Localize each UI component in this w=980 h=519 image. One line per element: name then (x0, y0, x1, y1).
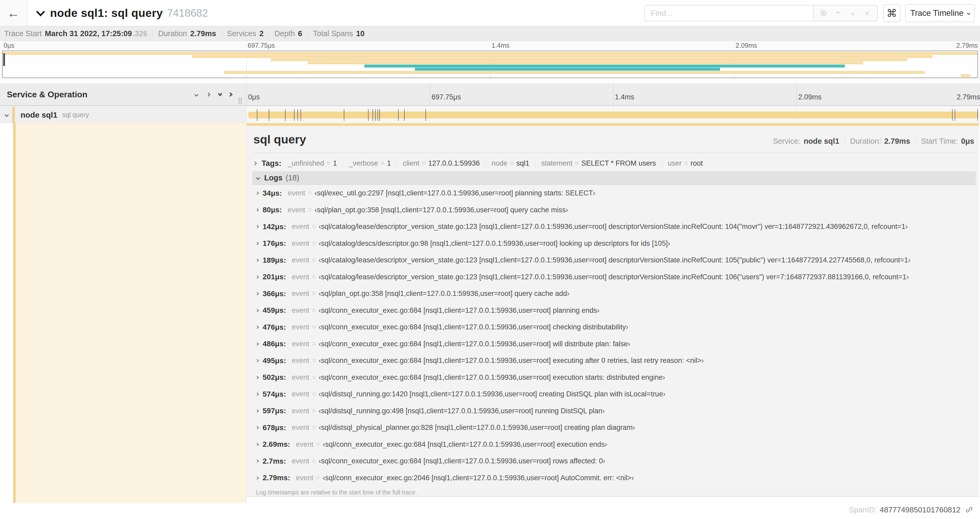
log-timestamp: 366μs: (262, 289, 286, 298)
log-field-key: event (292, 390, 309, 398)
span-detail-title[interactable]: sql query (253, 133, 306, 146)
log-row[interactable]: 34μs:event=‹sql/exec_util.go:2297 [nsql1… (252, 185, 976, 202)
chevron-right-icon (256, 292, 259, 295)
scroll-to-result-button[interactable] (819, 9, 828, 18)
minimap-tick-labels: 0μs697.75μs1.4ms2.09ms2.79ms (2, 42, 978, 50)
log-marker (269, 109, 269, 121)
equals-sign: = (308, 206, 312, 214)
log-row[interactable]: 678μs:event=‹sql/distsql_physical_planne… (252, 419, 976, 436)
chevron-down-icon[interactable] (5, 113, 9, 117)
chevron-right-icon (256, 309, 259, 312)
span-meta-item: Duration:2.79ms (850, 137, 910, 145)
span-name-cell[interactable]: node sql1 sql query (0, 107, 247, 123)
equals-sign: = (510, 159, 514, 168)
span-duration-bar[interactable] (248, 112, 978, 118)
log-timestamp: 476μs: (262, 323, 286, 332)
tag-item: node=sql1 (492, 159, 529, 168)
back-button[interactable]: ← (0, 0, 27, 26)
log-marker (425, 109, 426, 121)
log-field-key: event (292, 307, 309, 315)
deep-link-button[interactable] (965, 505, 974, 514)
log-row[interactable]: 366μs:event=‹sql/plan_opt.go:358 [nsql1,… (252, 285, 976, 302)
equals-sign: = (312, 390, 316, 398)
collapse-trace-button[interactable] (37, 9, 44, 15)
equals-sign: = (312, 457, 316, 465)
minimap-span-bar (224, 71, 925, 74)
log-timestamp: 2.7ms: (262, 457, 286, 465)
log-timestamp: 486μs: (262, 340, 286, 348)
tag-key: _verbose (349, 159, 378, 168)
chevron-right-icon (206, 93, 210, 97)
chevron-up-icon (836, 11, 840, 15)
log-field-key: event (296, 474, 313, 482)
collapse-one-button[interactable] (207, 93, 210, 96)
log-marker (952, 109, 953, 121)
log-row[interactable]: 189μs:event=‹sql/catalog/lease/descripto… (252, 252, 976, 269)
log-timestamp: 201μs: (262, 273, 286, 281)
span-row[interactable]: node sql1 sql query (0, 107, 980, 123)
log-row[interactable]: 176μs:event=‹sql/catalog/descs/descripto… (252, 235, 976, 252)
span-log-markers (248, 112, 978, 118)
logs-toggle-header[interactable]: Logs (18) (252, 171, 976, 185)
log-row[interactable]: 2.7ms:event=‹sql/conn_executor_exec.go:6… (252, 453, 976, 469)
span-timeline-cell[interactable] (247, 107, 980, 123)
span-id-footer: SpanID: 4877749850101760812 (849, 503, 974, 516)
log-row[interactable]: 574μs:event=‹sql/distsql_running.go:1420… (252, 386, 976, 403)
expand-one-button[interactable] (195, 93, 198, 96)
separator (397, 159, 397, 167)
chevron-right-icon (256, 393, 259, 396)
column-resizer[interactable] (239, 97, 242, 104)
log-marker (377, 109, 378, 121)
meta-label: Start Time: (921, 137, 958, 145)
log-field-value: ‹sql/exec_util.go:2297 [nsql1,client=127… (315, 189, 595, 197)
log-row[interactable]: 502μs:event=‹sql/conn_executor_exec.go:6… (252, 369, 976, 386)
time-tick: 697.75μs (246, 42, 275, 50)
equals-sign: = (312, 340, 316, 348)
log-row[interactable]: 476μs:event=‹sql/conn_executor_exec.go:6… (252, 319, 976, 336)
log-row[interactable]: 201μs:event=‹sql/catalog/lease/descripto… (252, 269, 976, 286)
keyboard-shortcuts-button[interactable]: ⌘ (883, 4, 900, 22)
close-icon: × (865, 9, 870, 18)
minimap-span-bar (271, 58, 907, 61)
minimap-canvas[interactable] (2, 51, 978, 78)
log-marker (344, 109, 344, 121)
log-row[interactable]: 2.79ms:event=‹sql/conn_executor_exec.go:… (252, 469, 976, 487)
tag-key: statement (541, 159, 573, 168)
chevron-right-icon (256, 476, 259, 480)
find-input[interactable] (644, 5, 813, 21)
log-row[interactable]: 142μs:event=‹sql/catalog/lease/descripto… (252, 218, 976, 235)
expand-all-button[interactable] (219, 94, 221, 96)
tag-item: statement=SELECT * FROM users (541, 159, 656, 168)
chevron-right-icon (256, 459, 259, 463)
equals-sign: = (312, 240, 316, 248)
tag-value: root (690, 159, 703, 168)
log-marker (398, 109, 399, 121)
clear-find-button[interactable]: × (863, 9, 872, 18)
tag-item: client=127.0.0.1:59936 (403, 159, 480, 168)
log-row[interactable]: 486μs:event=‹sql/conn_executor_exec.go:6… (252, 336, 976, 353)
separator (535, 159, 535, 167)
log-row[interactable]: 80μs:event=‹sql/plan_opt.go:358 [nsql1,c… (252, 202, 976, 219)
log-row[interactable]: 495μs:event=‹sql/conn_executor_exec.go:6… (252, 352, 976, 369)
chevron-down-icon (36, 7, 45, 16)
next-result-button[interactable] (848, 9, 857, 18)
view-selector-label: Trace Timeline (910, 8, 963, 18)
prev-result-button[interactable] (834, 9, 843, 18)
tag-key: client (403, 159, 419, 168)
log-row[interactable]: 2.69ms:event=‹sql/conn_executor_exec.go:… (252, 436, 976, 453)
view-selector-button[interactable]: Trace Timeline (905, 4, 975, 22)
log-row[interactable]: 597μs:event=‹sql/distsql_running.go:498 … (252, 403, 976, 420)
collapse-all-button[interactable] (231, 93, 232, 96)
log-field-key: event (292, 240, 309, 248)
minimap-drag-handle[interactable] (3, 53, 5, 66)
span-color-stripe (13, 107, 15, 123)
tag-key: user (668, 159, 682, 168)
log-timestamp: 495μs: (262, 356, 286, 365)
log-timestamp: 80μs: (262, 206, 282, 214)
log-row[interactable]: 459μs:event=‹sql/conn_executor_exec.go:6… (252, 302, 976, 319)
timeline-column-header: Service & Operation 0μs697.75μs1.4ms2.09… (0, 83, 980, 106)
minimap-span-bar (3, 52, 977, 55)
time-tick: 0μs (2, 42, 14, 50)
separator (485, 159, 486, 167)
tags-toggle-row[interactable]: Tags: _unfinished=1_verbose=1client=127.… (253, 155, 703, 171)
